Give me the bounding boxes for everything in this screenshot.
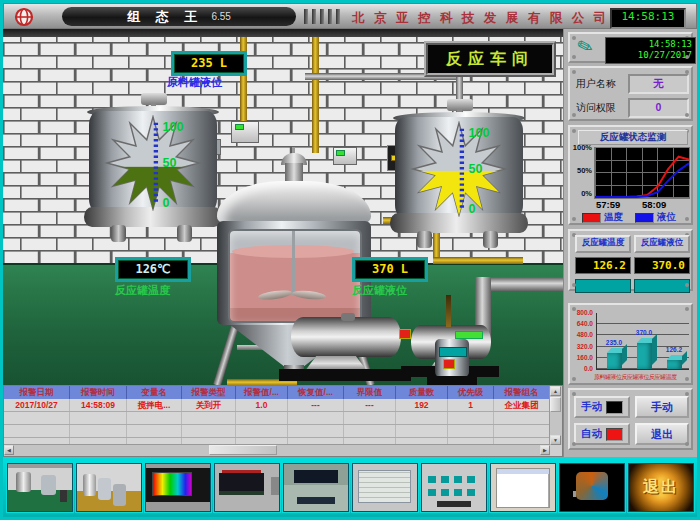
datetime-lcd: 14:58:13 10/27/2017 (605, 37, 696, 64)
alarm-column-header: 报警值/... (236, 386, 288, 399)
scroll-right-button[interactable]: ▶ (540, 445, 550, 455)
legend-label-level: 液位 (657, 211, 676, 224)
screen-thumbnail-2[interactable] (76, 463, 142, 512)
scale-50: 50 (469, 162, 483, 176)
ceiling (3, 29, 563, 37)
globe-logo-icon (14, 7, 34, 27)
titlebar-clock: 14:58:13 (610, 8, 686, 29)
screen-thumbnail-5[interactable] (283, 463, 349, 512)
pump-fitting (341, 313, 355, 321)
manual-indicator-lamp (606, 401, 623, 414)
scroll-up-button[interactable]: ▲ (550, 386, 561, 396)
screen-thumbnail-3[interactable] (145, 463, 211, 512)
alarm-horizontal-scrollbar[interactable]: ◀ ▶ (4, 444, 550, 456)
instrument (231, 121, 259, 143)
pump-indicator (399, 329, 411, 339)
alarm-column-header: 界限值 (344, 386, 396, 399)
lcd-date: 10/27/2017 (609, 50, 692, 61)
bar-chart-plot: 235.0370.0126.2 (596, 313, 689, 370)
raw-tank-level-display: 235 L (171, 51, 247, 76)
pump-indicator (455, 331, 483, 339)
alarm-column-header: 报警日期 (4, 386, 70, 399)
pipe (312, 37, 319, 153)
alarm-vertical-scrollbar[interactable]: ▲ ▼ (549, 386, 562, 445)
screen-thumbnail-strip: 退出 (3, 457, 697, 517)
alarm-column-header: 优先级 (448, 386, 494, 399)
legend-swatch-level (635, 213, 654, 223)
manual-button[interactable]: 手动 (635, 396, 689, 418)
valve-band (439, 347, 467, 357)
trend-ytick: 50% (570, 166, 592, 175)
screen-thumbnail-exit[interactable]: 退出 (628, 463, 694, 512)
reactor-level-readout-value: 370.0 (634, 257, 690, 274)
scroll-left-button[interactable]: ◀ (4, 445, 14, 455)
alarm-table: 报警日期报警时间变量名报警类型报警值/...恢复值/...界限值质量数优先级报警… (3, 385, 563, 457)
screen-thumbnail-7[interactable] (421, 463, 487, 512)
raw-tank-level-label: 原料罐液位 (167, 75, 222, 90)
auto-indicator[interactable]: 自动 (574, 423, 630, 445)
user-name-label: 用户名称 (576, 78, 616, 89)
screen-thumbnail-6[interactable] (352, 463, 418, 512)
pump (291, 317, 401, 357)
alarm-row[interactable] (4, 412, 550, 425)
scale-100: 100 (469, 126, 490, 140)
alarm-column-header: 变量名 (127, 386, 182, 399)
scroll-down-button[interactable]: ▼ (550, 435, 561, 445)
scroll-thumb[interactable] (550, 397, 561, 412)
app-version: 6.55 (211, 11, 230, 22)
trend-xtick: 58:09 (642, 199, 666, 210)
manual-indicator[interactable]: 手动 (574, 396, 630, 418)
screen-thumbnail-4[interactable] (214, 463, 280, 512)
legend-swatch-temp (582, 213, 601, 223)
scale-0: 0 (469, 202, 476, 216)
plant-mimic: 100 50 0 100 50 0 (3, 29, 563, 385)
pipe (240, 37, 247, 123)
tank-level-star: 100 50 0 (102, 115, 204, 211)
valve-unit (435, 339, 469, 377)
side-panel: ✎ 14:58:13 10/27/2017 用户名称 无 访问权限 0 反应罐状… (563, 29, 697, 457)
pump-base (279, 369, 411, 381)
alarm-row[interactable] (4, 425, 550, 438)
access-level-value: 0 (628, 98, 689, 118)
exit-button[interactable]: 退出 (635, 423, 689, 445)
bar-0 (607, 353, 622, 369)
alarm-row[interactable]: 2017/10/2714:58:09搅拌电...关到开1.0------1921… (4, 399, 550, 412)
bar-chart-panel: 800.0 640.0 480.0 320.0 160.0 0.0 235.03… (568, 303, 693, 385)
legend-label-temp: 温度 (604, 211, 623, 224)
pencil-icon: ✎ (574, 33, 596, 60)
trend-ytick: 0% (570, 189, 592, 198)
bar-ytick: 480.0 (570, 331, 593, 338)
trend-panel: 反应罐状态监测 100% 50% 0% 57:59 58:09 温度 液位 (568, 125, 693, 225)
trend-chart (594, 147, 690, 199)
screen-thumbnail-9[interactable] (559, 463, 625, 512)
bar-ytick: 160.0 (570, 354, 593, 361)
scroll-thumb[interactable] (209, 445, 277, 455)
bar-chart-categories: 原料罐液位反应罐液位反应罐温度 (594, 373, 692, 382)
valve-indicator (443, 359, 455, 369)
trend-legend: 温度 液位 (582, 211, 676, 224)
reactor-level-display: 370 L (352, 257, 428, 282)
title-bar: 组 态 王 6.55 北 京 亚 控 科 技 发 展 有 限 公 司 14:58… (3, 3, 697, 29)
tank-level-star: 100 50 0 (408, 121, 510, 217)
reactor-temp-bar (575, 279, 631, 293)
auto-indicator-label: 自动 (581, 427, 602, 441)
reaction-feed-tank: 100 50 0 (395, 99, 525, 259)
datetime-panel: ✎ 14:58:13 10/27/2017 (568, 32, 693, 63)
screen-thumbnail-1[interactable] (7, 463, 73, 512)
workshop-title-plate: 反应车间 (424, 41, 556, 77)
screen-thumbnail-8[interactable] (490, 463, 556, 512)
alarm-column-header: 报警时间 (70, 386, 127, 399)
bar-ytick: 0.0 (570, 365, 593, 372)
reactor-level-readout-label: 反应罐液位 (634, 235, 690, 253)
company-name: 北 京 亚 控 科 技 发 展 有 限 公 司 (352, 10, 602, 27)
reactor-temp-label: 反应罐温度 (115, 283, 170, 298)
valve-base (427, 376, 477, 385)
lcd-time: 14:58:13 (609, 39, 692, 50)
user-name-value: 无 (628, 74, 689, 94)
scale-50: 50 (163, 156, 177, 170)
kingview-window: 组 态 王 6.55 北 京 亚 控 科 技 发 展 有 限 公 司 14:58… (0, 0, 700, 520)
titlebar-grip (304, 9, 340, 24)
app-title-pill: 组 态 王 6.55 (62, 7, 296, 26)
trend-ytick: 100% (570, 143, 592, 152)
bar-ytick: 640.0 (570, 320, 593, 327)
